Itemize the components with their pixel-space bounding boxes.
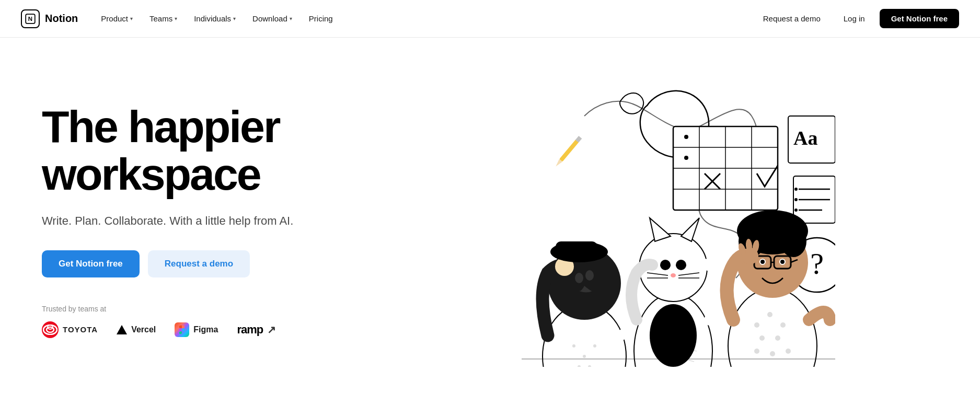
svg-point-30 (593, 344, 596, 347)
hero-subtitle: Write. Plan. Collaborate. With a little … (42, 212, 303, 229)
svg-point-59 (775, 335, 780, 341)
svg-marker-46 (681, 218, 699, 241)
ramp-name: ramp (237, 323, 263, 337)
brand-name: Notion (45, 13, 78, 25)
login-button[interactable]: Log in (835, 10, 873, 27)
nav-item-pricing[interactable]: Pricing (302, 10, 340, 27)
toyota-logo: TOYOTA (42, 321, 98, 338)
svg-point-55 (754, 322, 759, 328)
navbar: N Notion Product ▾ Teams ▾ Individuals ▾… (0, 0, 980, 38)
navbar-right: Request a demo Log in Get Notion free (755, 9, 959, 28)
svg-point-28 (572, 344, 575, 347)
get-notion-free-button-hero[interactable]: Get Notion free (42, 250, 140, 277)
nav-teams-label: Teams (149, 14, 172, 23)
notion-icon: N (21, 9, 40, 28)
figma-logo: Figma (175, 322, 218, 337)
hero-section: The happier workspace Write. Plan. Colla… (0, 38, 980, 393)
svg-point-56 (767, 312, 773, 317)
svg-text:N: N (28, 15, 32, 21)
svg-point-15 (684, 156, 688, 160)
brand-logo[interactable]: N Notion (21, 9, 78, 28)
svg-point-14 (684, 135, 688, 139)
hero-buttons: Get Notion free Request a demo (42, 250, 376, 277)
vercel-icon (117, 325, 127, 335)
request-demo-link[interactable]: Request a demo (755, 10, 829, 27)
svg-point-47 (660, 260, 671, 270)
ramp-checkmark-icon: ↗ (267, 323, 276, 336)
trusted-section: Trusted by teams at TOYOTA (42, 305, 376, 338)
svg-point-61 (770, 351, 775, 356)
chevron-down-icon: ▾ (290, 16, 292, 21)
svg-point-75 (760, 260, 765, 264)
svg-text:?: ? (810, 247, 824, 281)
nav-pricing-label: Pricing (309, 14, 333, 23)
toyota-name: TOYOTA (63, 325, 98, 334)
nav-item-product[interactable]: Product ▾ (94, 10, 140, 27)
trusted-logos: TOYOTA Vercel (42, 321, 376, 338)
request-demo-button-hero[interactable]: Request a demo (148, 250, 250, 277)
svg-point-24 (794, 208, 798, 212)
hero-content: The happier workspace Write. Plan. Colla… (42, 103, 376, 338)
trusted-label: Trusted by teams at (42, 305, 376, 313)
get-notion-free-button-nav[interactable]: Get Notion free (880, 9, 959, 28)
svg-point-57 (780, 322, 786, 328)
nav-menu: Product ▾ Teams ▾ Individuals ▾ Download… (94, 10, 754, 27)
nav-item-download[interactable]: Download ▾ (245, 10, 299, 27)
svg-point-76 (780, 260, 785, 264)
svg-rect-38 (556, 241, 597, 257)
svg-point-62 (786, 349, 791, 354)
svg-point-35 (585, 270, 594, 281)
vercel-name: Vercel (131, 325, 156, 334)
vercel-logo: Vercel (117, 325, 156, 335)
svg-point-23 (794, 198, 798, 201)
svg-point-49 (671, 273, 676, 277)
svg-point-60 (754, 349, 759, 354)
svg-point-22 (794, 188, 798, 191)
svg-point-43 (650, 304, 697, 367)
toyota-icon (42, 321, 59, 338)
nav-item-teams[interactable]: Teams ▾ (142, 10, 185, 27)
hero-image: Aa ? (480, 74, 835, 367)
svg-point-58 (759, 335, 765, 341)
nav-item-individuals[interactable]: Individuals ▾ (187, 10, 243, 27)
svg-point-29 (583, 355, 586, 358)
chevron-down-icon: ▾ (233, 16, 236, 21)
svg-point-34 (575, 273, 583, 283)
chevron-down-icon: ▾ (175, 16, 177, 21)
nav-individuals-label: Individuals (194, 14, 231, 23)
chevron-down-icon: ▾ (130, 16, 133, 21)
nav-download-label: Download (252, 14, 287, 23)
svg-rect-81 (559, 139, 579, 161)
hero-illustration: Aa ? (376, 74, 938, 367)
svg-text:Aa: Aa (793, 127, 817, 149)
svg-point-48 (676, 260, 686, 270)
figma-name: Figma (193, 325, 218, 334)
ramp-logo: ramp ↗ (237, 323, 276, 337)
hero-title: The happier workspace (42, 103, 376, 198)
figma-icon (175, 322, 189, 337)
nav-product-label: Product (101, 14, 128, 23)
